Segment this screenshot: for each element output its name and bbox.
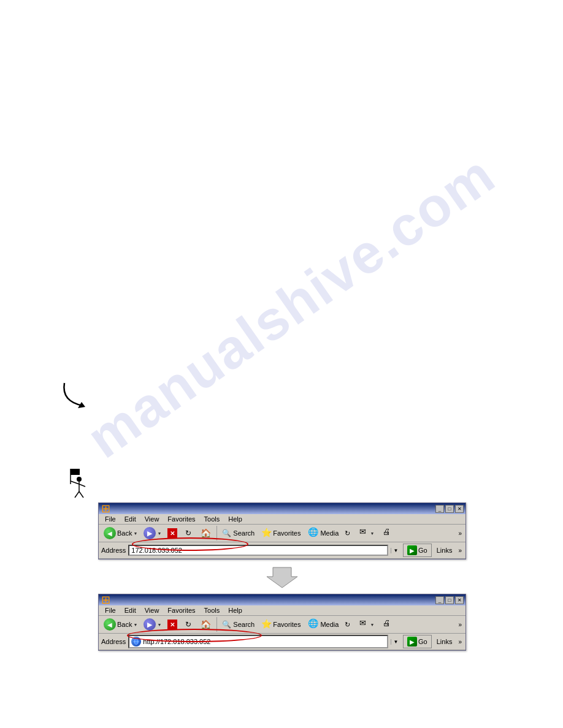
forward-icon-1: ▶ bbox=[144, 527, 156, 539]
print-button-1[interactable]: 🖨 bbox=[378, 526, 395, 540]
curved-arrow bbox=[58, 380, 95, 411]
back-button-1[interactable]: ◀ Back ▼ bbox=[101, 526, 140, 540]
go-label-2: Go bbox=[418, 638, 427, 645]
maximize-button-2[interactable]: □ bbox=[445, 596, 454, 604]
address-dropdown-2[interactable]: ▼ bbox=[391, 639, 400, 645]
forward-icon-2: ▶ bbox=[144, 618, 156, 631]
title-buttons: _ □ ✕ bbox=[435, 505, 464, 513]
down-arrow bbox=[98, 559, 466, 594]
close-button[interactable]: ✕ bbox=[455, 505, 464, 513]
menu-view-1[interactable]: View bbox=[141, 515, 163, 523]
separator-2 bbox=[216, 617, 217, 632]
forward-button-2[interactable]: ▶ ▼ bbox=[141, 617, 164, 632]
menu-edit-1[interactable]: Edit bbox=[121, 515, 140, 523]
minimize-button-2[interactable]: _ bbox=[435, 596, 444, 604]
back-label-1: Back bbox=[117, 529, 132, 537]
title-buttons-2: _ □ ✕ bbox=[435, 596, 464, 604]
first-browser-addressbar: Address ▼ ▶ Go Links » bbox=[99, 542, 465, 559]
stop-icon-1: ✕ bbox=[167, 528, 177, 538]
maximize-button[interactable]: □ bbox=[445, 505, 454, 513]
svg-point-3 bbox=[77, 477, 82, 482]
menu-tools-2[interactable]: Tools bbox=[201, 606, 224, 615]
second-browser-menubar: File Edit View Favorites Tools Help bbox=[99, 605, 465, 616]
favorites-button-1[interactable]: ⭐ Favorites bbox=[258, 526, 303, 540]
go-icon-2: ▶ bbox=[407, 637, 417, 646]
search-icon-1: 🔍 bbox=[222, 529, 231, 537]
go-label-1: Go bbox=[418, 547, 427, 554]
toolbar-extend-1[interactable]: » bbox=[457, 529, 463, 538]
svg-line-5 bbox=[71, 481, 79, 484]
stop-icon-2: ✕ bbox=[167, 620, 177, 629]
print-button-2[interactable]: 🖨 bbox=[378, 617, 395, 632]
search-button-2[interactable]: 🔍 Search bbox=[220, 619, 257, 630]
mail-button-1[interactable]: ✉ ▼ bbox=[354, 526, 377, 540]
menu-file-1[interactable]: File bbox=[101, 515, 120, 523]
search-button-1[interactable]: 🔍 Search bbox=[220, 528, 257, 539]
favorites-icon-1: ⭐ bbox=[261, 528, 272, 539]
refresh-button-2[interactable]: ↻ bbox=[181, 618, 196, 631]
address-input-container-2 bbox=[128, 635, 388, 648]
extra-icon-2: ↻ bbox=[345, 621, 350, 629]
mail-button-2[interactable]: ✉ ▼ bbox=[354, 617, 377, 632]
address-input-2[interactable] bbox=[143, 638, 385, 645]
links-button-2[interactable]: Links bbox=[434, 637, 455, 646]
menu-file-2[interactable]: File bbox=[101, 606, 120, 615]
links-extend-2[interactable]: » bbox=[457, 637, 463, 646]
refresh-icon-2: ↻ bbox=[183, 620, 193, 629]
address-input-container-1 bbox=[128, 545, 388, 556]
first-browser: ⊞ _ □ ✕ File Edit View Favorites Tools H… bbox=[98, 502, 466, 559]
back-button-2[interactable]: ◀ Back ▼ bbox=[101, 617, 140, 632]
fwd-dropdown-arrow-1: ▼ bbox=[157, 531, 161, 536]
address-input-1[interactable] bbox=[131, 547, 385, 554]
second-browser-window: ⊞ _ □ ✕ File Edit View Favorites Tools H… bbox=[98, 594, 466, 651]
address-label-1: Address bbox=[101, 547, 126, 554]
refresh-button-1[interactable]: ↻ bbox=[181, 527, 196, 539]
stop-button-2[interactable]: ✕ bbox=[165, 618, 180, 631]
media-button-1[interactable]: 🌐 Media bbox=[304, 526, 341, 540]
favorites-label-2: Favorites bbox=[273, 621, 301, 628]
favorites-button-2[interactable]: ⭐ Favorites bbox=[258, 618, 303, 631]
home-icon-2: 🏠 bbox=[199, 618, 212, 631]
mail-icon-1: ✉ bbox=[356, 527, 369, 539]
menu-help-2[interactable]: Help bbox=[224, 606, 246, 615]
home-button-1[interactable]: 🏠 bbox=[197, 526, 214, 540]
links-button-1[interactable]: Links bbox=[434, 545, 455, 555]
home-button-2[interactable]: 🏠 bbox=[197, 617, 214, 632]
go-icon-1: ▶ bbox=[407, 545, 417, 555]
refresh-icon-1: ↻ bbox=[183, 528, 193, 538]
media-label-2: Media bbox=[320, 621, 339, 628]
back-dropdown-arrow-2: ▼ bbox=[133, 623, 137, 627]
media-label-1: Media bbox=[320, 529, 339, 537]
menu-tools-1[interactable]: Tools bbox=[201, 515, 224, 523]
media-icon-2: 🌐 bbox=[307, 618, 319, 631]
watermark: manualshive.com bbox=[92, 123, 491, 490]
stop-button-1[interactable]: ✕ bbox=[165, 527, 180, 539]
first-browser-window: ⊞ _ □ ✕ File Edit View Favorites Tools H… bbox=[98, 502, 466, 559]
menu-view-2[interactable]: View bbox=[141, 606, 163, 615]
toolbar-extend-2[interactable]: » bbox=[457, 620, 463, 629]
go-button-1[interactable]: ▶ Go bbox=[403, 544, 432, 557]
close-button-2[interactable]: ✕ bbox=[455, 596, 464, 604]
home-icon-1: 🏠 bbox=[199, 527, 212, 539]
mail-icon-2: ✉ bbox=[356, 618, 369, 631]
second-browser-titlebar: ⊞ _ □ ✕ bbox=[99, 594, 465, 605]
first-browser-menubar: File Edit View Favorites Tools Help bbox=[99, 514, 465, 525]
search-label-1: Search bbox=[233, 529, 255, 537]
windows-logo-icon-2: ⊞ bbox=[101, 593, 110, 607]
menu-favorites-2[interactable]: Favorites bbox=[164, 606, 199, 615]
browsers-container: ⊞ _ □ ✕ File Edit View Favorites Tools H… bbox=[98, 502, 466, 651]
extra-button-2[interactable]: ↻ bbox=[342, 620, 353, 630]
menu-help-1[interactable]: Help bbox=[224, 515, 246, 523]
menu-edit-2[interactable]: Edit bbox=[121, 606, 140, 615]
page-globe-icon bbox=[131, 637, 141, 646]
address-label-2: Address bbox=[101, 638, 126, 645]
address-dropdown-1[interactable]: ▼ bbox=[391, 548, 400, 553]
menu-favorites-1[interactable]: Favorites bbox=[164, 515, 199, 523]
minimize-button[interactable]: _ bbox=[435, 505, 444, 513]
mail-dropdown-2: ▼ bbox=[370, 623, 374, 627]
links-extend-1[interactable]: » bbox=[457, 546, 463, 555]
media-button-2[interactable]: 🌐 Media bbox=[304, 617, 341, 632]
forward-button-1[interactable]: ▶ ▼ bbox=[141, 526, 164, 540]
go-button-2[interactable]: ▶ Go bbox=[403, 635, 432, 648]
extra-button-1[interactable]: ↻ bbox=[342, 528, 353, 539]
